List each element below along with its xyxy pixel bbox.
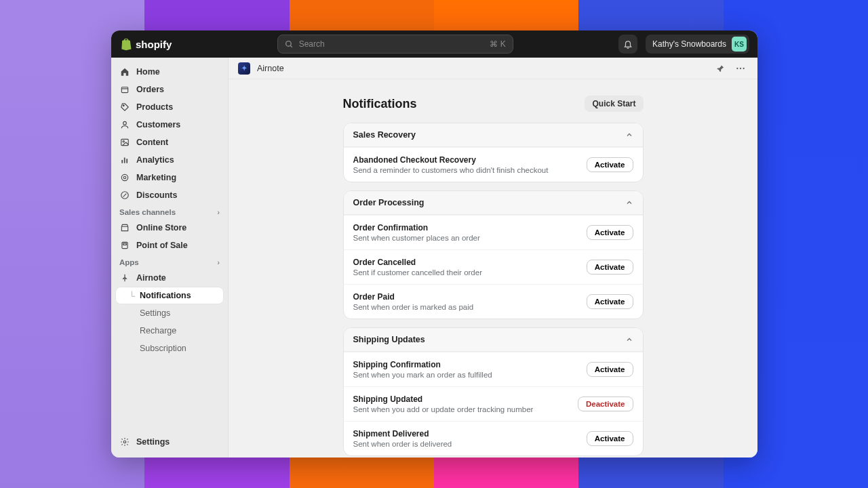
- sidebar-item-analytics[interactable]: Analytics: [111, 151, 228, 169]
- svg-point-6: [123, 141, 124, 142]
- sidebar-item-home[interactable]: Home: [111, 63, 228, 81]
- sidebar-item-label: Orders: [136, 85, 164, 94]
- chevron-up-icon: [625, 199, 633, 207]
- svg-point-0: [285, 41, 291, 46]
- sidebar-item-discounts[interactable]: Discounts: [111, 186, 228, 204]
- notification-section: Sales RecoveryAbandoned Checkout Recover…: [343, 123, 644, 182]
- activate-button[interactable]: Activate: [587, 294, 633, 309]
- more-button[interactable]: [733, 61, 748, 76]
- content: ✦ Airnote Notifications Quick Start Sale…: [229, 58, 757, 458]
- bell-icon: [623, 39, 633, 49]
- sidebar: Home Orders Products Customers Content A…: [111, 58, 229, 458]
- svg-rect-2: [121, 87, 127, 93]
- svg-point-16: [736, 67, 738, 68]
- tag-icon: [119, 102, 130, 112]
- discount-icon: [119, 190, 130, 200]
- pin-icon: [119, 273, 130, 283]
- brand-logo[interactable]: shopify: [119, 37, 172, 51]
- chevron-right-icon: ›: [217, 258, 220, 266]
- notification-section: Shipping UpdatesShipping ConfirmationSen…: [343, 327, 644, 456]
- row-desc: Send a reminder to customers who didn't …: [353, 166, 580, 174]
- sidebar-item-orders[interactable]: Orders: [111, 81, 228, 98]
- tree-connector-icon: └: [129, 291, 134, 301]
- section-header[interactable]: Sales Recovery: [344, 123, 643, 147]
- sidebar-item-online-store[interactable]: Online Store: [111, 219, 228, 237]
- sidebar-item-label: Settings: [136, 437, 170, 447]
- activate-button[interactable]: Activate: [587, 431, 633, 446]
- store-switcher[interactable]: Kathy's Snowboards KS: [646, 35, 749, 54]
- content-header: ✦ Airnote: [229, 58, 757, 79]
- activate-button[interactable]: Activate: [587, 260, 633, 274]
- svg-rect-5: [121, 139, 129, 145]
- app-badge-icon: ✦: [238, 62, 250, 75]
- row-desc: Sent when you add or update order tracki…: [353, 405, 571, 413]
- row-desc: Sent when you mark an order as fulfilled: [353, 371, 580, 379]
- sidebar-item-marketing[interactable]: Marketing: [111, 169, 228, 186]
- sidebar-item-label: Customers: [136, 120, 180, 129]
- sidebar-item-settings[interactable]: Settings: [111, 433, 228, 451]
- shopify-bag-icon: [119, 37, 133, 51]
- page-title: Notifications: [343, 97, 417, 111]
- section-title: Order Processing: [353, 198, 425, 207]
- sidebar-item-label: Home: [136, 67, 160, 77]
- brand-name: shopify: [136, 39, 172, 50]
- chart-icon: [119, 155, 130, 165]
- svg-point-3: [123, 105, 124, 106]
- sidebar-item-label: Analytics: [136, 155, 174, 165]
- notifications-bell[interactable]: [618, 35, 637, 54]
- notification-row: Shipping UpdatedSent when you add or upd…: [344, 386, 643, 421]
- svg-point-15: [123, 441, 126, 443]
- sidebar-item-label: Point of Sale: [136, 241, 188, 250]
- search-input[interactable]: Search ⌘ K: [277, 35, 513, 54]
- svg-rect-7: [121, 160, 123, 163]
- search-icon: [285, 40, 294, 49]
- activate-button[interactable]: Activate: [587, 362, 633, 377]
- search-kbd-hint: ⌘ K: [490, 39, 505, 49]
- chevron-up-icon: [625, 336, 633, 344]
- sidebar-item-pos[interactable]: Point of Sale: [111, 237, 228, 254]
- chevron-right-icon: ›: [217, 208, 220, 216]
- section-label: Sales channels: [119, 208, 176, 216]
- svg-line-1: [290, 45, 292, 47]
- section-header[interactable]: Order Processing: [344, 191, 643, 215]
- sidebar-sub-label: Recharge: [140, 326, 176, 336]
- row-title: Shipment Delivered: [353, 429, 580, 439]
- chevron-up-icon: [625, 131, 633, 139]
- topbar: shopify Search ⌘ K Kathy's Snowboards KS: [111, 30, 757, 58]
- sidebar-sub-settings[interactable]: Settings: [115, 304, 224, 322]
- target-icon: [119, 173, 130, 182]
- orders-icon: [119, 85, 130, 94]
- row-desc: Sent when order is marked as paid: [353, 303, 580, 311]
- activate-button[interactable]: Activate: [587, 157, 633, 172]
- sidebar-sub-subscription[interactable]: Subscription: [115, 340, 224, 357]
- store-name: Kathy's Snowboards: [652, 39, 726, 49]
- sidebar-item-label: Online Store: [136, 223, 186, 232]
- section-header[interactable]: Shipping Updates: [344, 328, 643, 352]
- store-icon: [119, 223, 130, 232]
- sidebar-item-label: Discounts: [136, 190, 177, 200]
- activate-button[interactable]: Activate: [587, 225, 633, 240]
- sidebar-sub-notifications[interactable]: └Notifications: [115, 287, 224, 304]
- row-desc: Sent if customer cancelled their order: [353, 268, 580, 277]
- sidebar-item-customers[interactable]: Customers: [111, 116, 228, 134]
- section-title: Sales Recovery: [353, 130, 416, 140]
- pin-button[interactable]: [713, 61, 728, 76]
- search-placeholder: Search: [299, 39, 325, 49]
- deactivate-button[interactable]: Deactivate: [578, 396, 633, 411]
- notification-row: Shipping ConfirmationSent when you mark …: [344, 352, 643, 386]
- notification-row: Abandoned Checkout RecoverySend a remind…: [344, 147, 643, 182]
- row-desc: Sent when customer places an order: [353, 234, 580, 242]
- section-label: Apps: [119, 258, 139, 266]
- sidebar-item-products[interactable]: Products: [111, 98, 228, 116]
- sidebar-section-apps[interactable]: Apps›: [111, 254, 228, 269]
- notification-row: Order ConfirmationSent when customer pla…: [344, 215, 643, 249]
- app-window: shopify Search ⌘ K Kathy's Snowboards KS…: [111, 30, 757, 458]
- sidebar-item-label: Marketing: [136, 173, 176, 182]
- quick-start-button[interactable]: Quick Start: [585, 96, 643, 112]
- sidebar-section-sales-channels[interactable]: Sales channels›: [111, 204, 228, 219]
- image-icon: [119, 138, 130, 147]
- sidebar-item-content[interactable]: Content: [111, 134, 228, 151]
- sidebar-item-airnote[interactable]: Airnote: [111, 269, 228, 287]
- section-title: Shipping Updates: [353, 335, 425, 344]
- sidebar-sub-recharge[interactable]: Recharge: [115, 322, 224, 340]
